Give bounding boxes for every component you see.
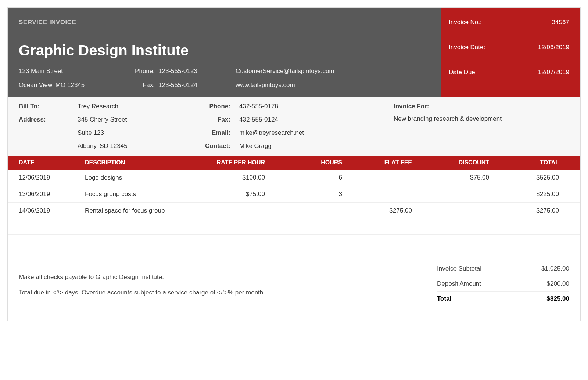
invoice-no-value: 34567 — [552, 19, 569, 26]
bill-to-column: Bill To: Trey Research Address: 345 Cher… — [19, 103, 173, 150]
table-header: DATE DESCRIPTION RATE PER HOUR HOURS FLA… — [8, 156, 580, 170]
col-discount: DISCOUNT — [412, 159, 489, 166]
col-flat: FLAT FEE — [342, 159, 412, 166]
company-info: 123 Main Street Phone: 123-555-0123 Cust… — [19, 68, 430, 89]
fax-label: Fax: — [129, 82, 158, 89]
empty-row — [8, 235, 580, 250]
cell-desc: Focus group costs — [85, 191, 195, 198]
address-line3: Albany, SD 12345 — [78, 142, 173, 150]
invoice-no-row: Invoice No.: 34567 — [449, 19, 569, 26]
address-label: Address: — [19, 116, 78, 123]
col-date: DATE — [19, 159, 85, 166]
invoice-due-value: 12/07/2019 — [538, 69, 569, 76]
invoice-for-column: Invoice For: New branding research & dev… — [335, 103, 569, 150]
bill-phone-label: Phone: — [173, 103, 239, 110]
bill-contact-label: Contact: — [173, 142, 239, 150]
header: SERVICE INVOICE Graphic Design Institute… — [8, 8, 580, 97]
header-invoice-panel: Invoice No.: 34567 Invoice Date: 12/06/2… — [441, 8, 580, 97]
cell-total: $275.00 — [489, 207, 559, 214]
col-hours: HOURS — [265, 159, 342, 166]
bill-fax: 432-555-0124 — [239, 116, 335, 123]
cell-discount — [412, 207, 489, 214]
bill-to-value: Trey Research — [78, 103, 173, 110]
invoice-date-value: 12/06/2019 — [538, 44, 569, 51]
address-line1: 345 Cherry Street — [78, 116, 173, 123]
col-rate: RATE PER HOUR — [195, 159, 265, 166]
total-row: Total $825.00 — [437, 291, 569, 306]
address-line2: Suite 123 — [78, 129, 173, 137]
payable-note: Make all checks payable to Graphic Desig… — [19, 274, 437, 281]
bill-contact: Mike Gragg — [239, 142, 335, 150]
company-city: Ocean View, MO 12345 — [19, 82, 129, 89]
total-value: $825.00 — [547, 295, 569, 303]
deposit-row: Deposit Amount $200.00 — [437, 276, 569, 291]
cell-hours: 3 — [265, 191, 342, 198]
footer-notes: Make all checks payable to Graphic Desig… — [19, 261, 437, 306]
subtotal-label: Invoice Subtotal — [437, 265, 481, 272]
bill-fax-label: Fax: — [173, 116, 239, 123]
subtotal-value: $1,025.00 — [541, 265, 569, 272]
total-label: Total — [437, 295, 451, 303]
header-company-panel: SERVICE INVOICE Graphic Design Institute… — [8, 8, 441, 97]
table-row: 13/06/2019 Focus group costs $75.00 3 $2… — [8, 186, 580, 203]
bill-email-label: Email: — [173, 129, 239, 137]
cell-flat — [342, 174, 412, 181]
company-website: www.tailspintoys.com — [236, 82, 353, 89]
cell-total: $225.00 — [489, 191, 559, 198]
cell-rate — [195, 207, 265, 214]
invoice-due-label: Date Due: — [449, 69, 477, 76]
invoice-date-label: Invoice Date: — [449, 44, 485, 51]
document-type: SERVICE INVOICE — [19, 19, 430, 26]
terms-note: Total due in <#> days. Overdue accounts … — [19, 289, 437, 296]
cell-date: 14/06/2019 — [19, 207, 85, 214]
cell-date: 12/06/2019 — [19, 174, 85, 181]
table-row: 12/06/2019 Logo designs $100.00 6 $75.00… — [8, 170, 580, 186]
company-fax: 123-555-0124 — [158, 82, 236, 89]
cell-rate: $100.00 — [195, 174, 265, 181]
company-street: 123 Main Street — [19, 68, 129, 75]
cell-flat — [342, 191, 412, 198]
table-row: 14/06/2019 Rental space for focus group … — [8, 203, 580, 219]
deposit-label: Deposit Amount — [437, 280, 481, 287]
cell-hours — [265, 207, 342, 214]
col-total: TOTAL — [489, 159, 559, 166]
cell-discount: $75.00 — [412, 174, 489, 181]
cell-discount — [412, 191, 489, 198]
invoice-for-value: New branding research & development — [394, 115, 502, 122]
cell-desc: Logo designs — [85, 174, 195, 181]
empty-row — [8, 219, 580, 235]
company-name: Graphic Design Institute — [19, 42, 430, 59]
invoice-document: SERVICE INVOICE Graphic Design Institute… — [7, 7, 581, 321]
footer: Make all checks payable to Graphic Desig… — [8, 250, 580, 321]
cell-date: 13/06/2019 — [19, 191, 85, 198]
company-phone: 123-555-0123 — [158, 68, 236, 75]
bill-phone: 432-555-0178 — [239, 103, 335, 110]
cell-total: $525.00 — [489, 174, 559, 181]
phone-label: Phone: — [129, 68, 158, 75]
bill-section: Bill To: Trey Research Address: 345 Cher… — [8, 97, 580, 156]
invoice-date-row: Invoice Date: 12/06/2019 — [449, 44, 569, 51]
deposit-value: $200.00 — [547, 280, 569, 287]
bill-contact-column: Phone: 432-555-0178 Fax: 432-555-0124 Em… — [173, 103, 335, 150]
bill-email: mike@treyresearch.net — [239, 129, 335, 137]
invoice-for-label: Invoice For: — [394, 103, 569, 110]
bill-to-label: Bill To: — [19, 103, 78, 110]
subtotal-row: Invoice Subtotal $1,025.00 — [437, 261, 569, 276]
company-email: CustomerService@tailspintoys.com — [236, 68, 353, 75]
col-desc: DESCRIPTION — [85, 159, 195, 166]
cell-hours: 6 — [265, 174, 342, 181]
invoice-no-label: Invoice No.: — [449, 19, 482, 26]
invoice-due-row: Date Due: 12/07/2019 — [449, 69, 569, 76]
cell-rate: $75.00 — [195, 191, 265, 198]
footer-totals: Invoice Subtotal $1,025.00 Deposit Amoun… — [437, 261, 569, 306]
cell-flat: $275.00 — [342, 207, 412, 214]
cell-desc: Rental space for focus group — [85, 207, 195, 214]
